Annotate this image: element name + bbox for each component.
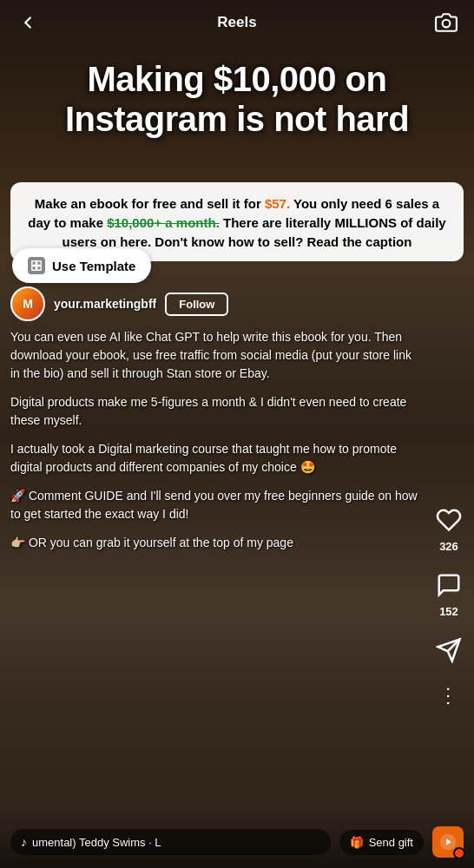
- caption-paragraph-4: 🚀 Comment GUIDE and I'll send you over m…: [10, 487, 424, 523]
- caption-before-price: Make an ebook for free and sell it for: [35, 196, 265, 211]
- comment-count: 152: [439, 605, 458, 618]
- username[interactable]: your.marketingbff: [54, 297, 156, 311]
- bottom-bar: ♪ umental) Teddy Swims · L 🎁 Send gift: [0, 816, 474, 868]
- headline-text: Making $10,000 on Instagram is not hard: [17, 59, 457, 139]
- svg-rect-4: [37, 266, 42, 271]
- send-gift-tag[interactable]: 🎁 Send gift: [339, 830, 424, 855]
- more-action[interactable]: ···: [438, 682, 459, 708]
- use-template-label: Use Template: [52, 259, 135, 273]
- back-button[interactable]: [14, 9, 42, 36]
- caption-paragraph-2: Digital products make me 5-figures a mon…: [10, 393, 424, 430]
- music-tag[interactable]: ♪ umental) Teddy Swims · L: [10, 829, 331, 855]
- music-text: umental) Teddy Swims · L: [32, 836, 161, 849]
- user-row: M your.marketingbff Follow: [10, 286, 464, 321]
- use-template-icon: [28, 257, 45, 274]
- top-bar: Reels: [0, 0, 474, 45]
- avatar[interactable]: M: [10, 286, 45, 321]
- main-caption: You can even use AI like Chat GPT to hel…: [10, 328, 424, 562]
- heart-icon[interactable]: [432, 503, 465, 536]
- caption-paragraph-1: You can even use AI like Chat GPT to hel…: [10, 328, 424, 383]
- svg-rect-2: [37, 261, 42, 266]
- use-template-button[interactable]: Use Template: [12, 248, 151, 283]
- camera-button[interactable]: [432, 9, 460, 36]
- headline-section: Making $10,000 on Instagram is not hard: [0, 45, 474, 149]
- svg-rect-3: [32, 266, 36, 271]
- reels-logo: [432, 826, 464, 858]
- share-action[interactable]: [432, 634, 465, 667]
- svg-point-0: [443, 20, 451, 28]
- comment-icon[interactable]: [432, 569, 465, 602]
- avatar-initials: M: [23, 297, 33, 311]
- send-gift-label: Send gift: [369, 836, 413, 849]
- right-actions: 326 152 ···: [432, 503, 465, 708]
- like-count: 326: [439, 540, 458, 553]
- like-action[interactable]: 326: [432, 503, 465, 553]
- page-title: Reels: [217, 14, 256, 31]
- gift-icon: 🎁: [350, 836, 364, 849]
- caption-card-text: Make an ebook for free and sell it for $…: [24, 194, 450, 251]
- music-note-icon: ♪: [21, 835, 27, 849]
- more-dots-icon[interactable]: ···: [438, 687, 460, 707]
- caption-strikethrough: $10,000+ a month.: [107, 215, 220, 230]
- caption-paragraph-5: 👉🏼 OR you can grab it yourself at the to…: [10, 534, 424, 552]
- comment-action[interactable]: 152: [432, 569, 465, 618]
- follow-button[interactable]: Follow: [165, 293, 228, 316]
- send-icon[interactable]: [432, 634, 465, 667]
- caption-paragraph-3: I actually took a Digital marketing cour…: [10, 440, 424, 477]
- svg-rect-1: [32, 261, 36, 266]
- caption-price: $57.: [265, 196, 290, 211]
